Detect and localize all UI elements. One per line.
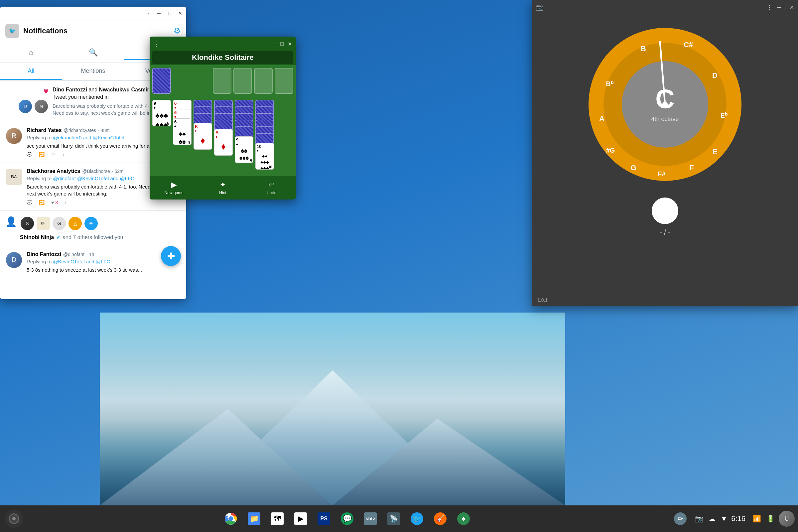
screenshot-icon[interactable]: 📷 [695, 515, 703, 523]
foundation-3[interactable] [254, 68, 273, 94]
card[interactable]: A ♦ ♦ [214, 129, 233, 156]
chrome-icon-taskbar[interactable] [222, 509, 240, 528]
music-icon-taskbar[interactable]: 🎸 [431, 509, 450, 528]
tuner-maximize-btn[interactable]: □ [784, 4, 787, 10]
launcher-button[interactable] [5, 509, 23, 528]
notif-handle: @Blackhorse [82, 169, 110, 174]
notif-time: · 52m [112, 169, 124, 174]
network-icon-taskbar[interactable]: 📡 [384, 509, 403, 528]
reply-link[interactable]: @elrancher0 and @KevinCTofel [53, 135, 125, 140]
maps-icon: 🗺 [271, 512, 284, 525]
card[interactable]: 6 ♠ ♠♠♠♠♠♠ 9 [173, 118, 191, 145]
follow-text: and 7 others followed you [62, 234, 123, 240]
twitter-close-btn[interactable]: ✕ [177, 10, 184, 17]
tuner-input-ball[interactable] [652, 197, 678, 224]
like-action[interactable]: ♥ 3 [51, 200, 58, 205]
tuner-content: B C# D Eᵇ E F F# G #G A Bᵇ [532, 15, 798, 306]
card[interactable]: K ♦ ♦ [193, 123, 212, 150]
guitar-icon: 🎸 [434, 512, 446, 525]
tuner-version: 1.0.1 [537, 297, 548, 303]
battery-icon[interactable]: 🔋 [766, 515, 775, 523]
retweet-action[interactable]: 🔁 [39, 152, 44, 157]
down-arrow-icon[interactable]: ▼ [721, 515, 727, 523]
tuner-more-btn[interactable]: ⋮ [767, 4, 772, 11]
playstore-icon-taskbar[interactable]: ▶ [291, 509, 310, 528]
card[interactable]: 9 ♠ ♠♠♠♠♠♠♠ 6 [235, 136, 253, 163]
compose-button[interactable]: ✚ [161, 246, 181, 266]
files-icon-taskbar[interactable]: 📁 [245, 509, 263, 528]
solitaire-icon-taskbar[interactable]: ♠ [454, 509, 473, 528]
solitaire-minimize-btn[interactable]: ─ [273, 41, 276, 47]
maps-icon-taskbar[interactable]: 🗺 [268, 509, 287, 528]
avatar: N [34, 99, 49, 114]
retweet-action[interactable]: 🔁 [39, 200, 44, 205]
note-eb: Eᵇ [721, 112, 728, 119]
tab-all[interactable]: All [0, 63, 62, 80]
notification-item: D Dino Fantozzi @dinofant · 1h Replying … [0, 246, 186, 279]
share-action[interactable]: ↑ [62, 152, 64, 157]
pen-icon-taskbar[interactable]: ✏ [671, 509, 690, 528]
tableau-col-5: 9 ♠ ♠♠♠♠♠♠♠ 6 [235, 100, 253, 173]
solitaire-more-btn[interactable]: ⋮ [154, 40, 159, 48]
ps-icon-taskbar[interactable]: PS [315, 509, 333, 528]
nav-home[interactable]: ⌂ [0, 45, 62, 60]
undo-label: Undo [267, 191, 276, 195]
foundation-2[interactable] [233, 68, 252, 94]
taskbar-right: ✏ 📷 ☁ ▼ 6:16 📶 🔋 U [670, 509, 795, 528]
twitter-icon-taskbar[interactable]: 🐦 [407, 509, 426, 528]
hint-button[interactable]: ✦ Hint [198, 176, 247, 200]
hangouts-icon-taskbar[interactable]: 💬 [338, 509, 357, 528]
nav-search[interactable]: 🔍 [62, 45, 125, 60]
tuner-circle: B C# D Eᵇ E F F# G #G A Bᵇ [585, 25, 745, 184]
foundation-4[interactable] [274, 68, 293, 94]
follow-notification: 👤 S BP G △ ⊖ Shinobi Ninja ✔ and 7 other… [0, 211, 186, 246]
settings-icon[interactable]: ⚙ [174, 26, 181, 36]
wifi-icon[interactable]: 📶 [753, 515, 761, 523]
card[interactable]: 9 ♠ 6 ♠♠♠♠♠♠♠♠♠ [152, 100, 171, 126]
text-icon: <bt> [364, 512, 377, 525]
reply-link[interactable]: @dinofant @KevinCTofel and @LFC [53, 175, 134, 181]
notif-username: Blackhorse Analytics [26, 168, 80, 174]
avatar: D [18, 99, 33, 114]
tuner-minimize-btn[interactable]: ─ [777, 4, 781, 10]
stock-pile[interactable] [152, 68, 171, 94]
solitaire-window: ⋮ ─ □ ✕ Klondike Solitaire 9 ♠ [150, 37, 296, 200]
avatar: D [5, 251, 23, 269]
twitter-more-btn[interactable]: ⋮ [145, 10, 152, 17]
share-action[interactable]: ↑ [64, 200, 67, 205]
like-action[interactable]: ♡ [51, 152, 56, 157]
system-clock: 6:16 [731, 514, 745, 523]
twitter-maximize-btn[interactable]: □ [166, 10, 173, 17]
pen-icon: ✏ [674, 512, 687, 525]
cloud-icon[interactable]: ☁ [708, 515, 715, 523]
solitaire-close-btn[interactable]: ✕ [288, 41, 292, 47]
user-avatar-taskbar[interactable]: U [779, 511, 795, 527]
taskbar: 📁 🗺 ▶ PS 💬 <bt> 📡 🐦 🎸 [0, 506, 798, 532]
undo-button[interactable]: ↩ Undo [247, 176, 296, 200]
avatar: △ [68, 216, 82, 231]
card[interactable]: 10 ♠ ♠♠♠♠♠♠♠♠ 01 [255, 143, 274, 170]
solitaire-top-row [152, 68, 293, 98]
reply-link[interactable]: @KevinCTofel and @LFC [53, 259, 110, 264]
tuner-close-btn[interactable]: ✕ [790, 4, 794, 11]
foundation-1[interactable] [213, 68, 231, 94]
waste-pile [173, 68, 191, 94]
twitter-minimize-btn[interactable]: ─ [156, 10, 162, 17]
text-icon-taskbar[interactable]: <bt> [361, 509, 380, 528]
reply-action[interactable]: 💬 [26, 200, 32, 205]
notif-handle: @richardcyates [64, 128, 96, 133]
note-f: F [689, 164, 694, 172]
reply-action[interactable]: 💬 [26, 152, 32, 157]
note-e: E [712, 148, 718, 156]
note-gsharp: #G [606, 147, 615, 154]
twitter-app-logo: 🐦 [5, 24, 19, 38]
solitaire-maximize-btn[interactable]: □ [280, 41, 284, 47]
tuner-freq-display: - / - [660, 228, 671, 237]
new-game-icon: ▶ [171, 180, 177, 189]
tab-mentions[interactable]: Mentions [62, 63, 125, 80]
avatar: G [52, 216, 66, 231]
note-a: A [599, 114, 605, 123]
tableau-col-3: K ♦ ♦ [193, 100, 212, 173]
person-icon: 👤 [5, 216, 16, 241]
new-game-button[interactable]: ▶ New game [150, 176, 198, 200]
